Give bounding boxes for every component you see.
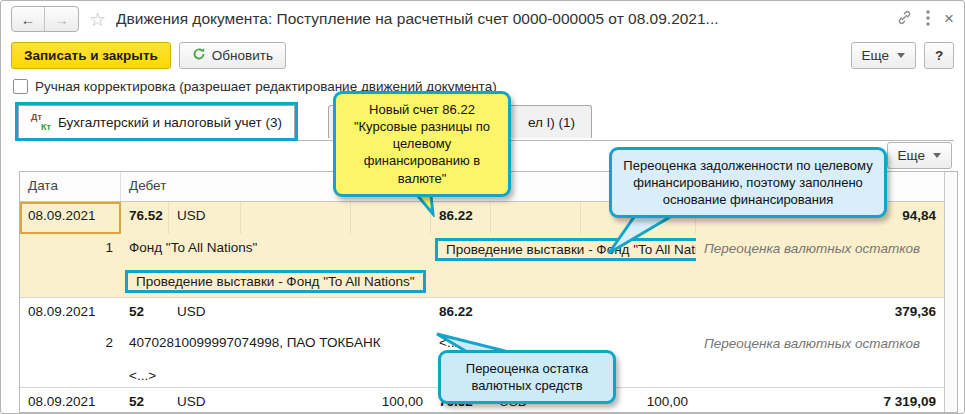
cell-debit-subconto: 40702810099997074998, ПАО ТОКБАНК [121,329,431,354]
callout-balance-revaluation: Переоценка остатка валютных средств [438,350,616,404]
cell-comment: Переоценка валютных остатков [696,234,944,263]
close-icon[interactable]: × [944,9,954,29]
tab-income-book-label-end: ел I) (1) [528,115,575,130]
tab-accounting[interactable]: Дт Кт Бухгалтерский и налоговый учет (3) [18,105,295,138]
refresh-icon [192,47,206,64]
cell-debit-account: 52 [121,298,169,323]
cell-row-number: 1 [20,234,121,259]
callout-new-account: Новый счет 86.22 "Курсовые разницы по це… [333,91,511,197]
cell-debit-subconto-2: Проведение выставки - Фонд "To All Natio… [121,266,696,297]
save-and-close-label: Записать и закрыть [24,48,158,63]
help-label: ? [935,48,943,63]
table-row[interactable]: 08.09.2021 52 USD 86.22 379,36 [20,297,944,329]
tab-accounting-label: Бухгалтерский и налоговый учет (3) [58,115,282,130]
manual-adjustment-checkbox[interactable] [13,79,28,94]
cell-debit-currency: USD [169,388,241,413]
cell-total: 379,36 [696,298,944,323]
tab-annotation-box: Дт Кт Бухгалтерский и налоговый учет (3) [15,102,298,141]
table-more-label: Еще [898,148,925,163]
nav-history-group: ← → [11,6,79,32]
back-button[interactable]: ← [12,7,45,31]
header-date[interactable]: Дата [20,172,121,201]
table-vertical-scrollbar[interactable] [944,172,957,412]
refresh-label: Обновить [212,48,273,63]
cell-comment: Переоценка валютных остатков [696,329,944,358]
cell-date: 08.09.2021 [20,298,121,323]
favorite-star-icon[interactable]: ☆ [87,8,108,31]
debit-subconto-annotation-box: Проведение выставки - Фонд "To All Natio… [125,270,426,293]
more-label: Еще [862,48,889,63]
save-and-close-button[interactable]: Записать и закрыть [11,42,171,69]
cell-debit-subconto-2: <...> [121,362,431,387]
debit-credit-icon: Дт Кт [31,112,51,132]
chevron-down-icon [897,53,905,58]
document-movements-window: ← → ☆ Движения документа: Поступление на… [0,0,965,414]
chevron-down-icon [933,153,941,158]
cell-debit-currency: USD [169,298,241,323]
cell-debit-amount: 100,00 [351,388,431,413]
cell-date: 08.09.2021 [20,202,121,234]
main-toolbar: Записать и закрыть Обновить Еще ? [1,39,964,71]
table-more-button[interactable]: Еще [887,142,952,169]
cell-debit-subconto: Фонд "To All Nations" [121,234,431,259]
refresh-button[interactable]: Обновить [179,42,286,69]
table-row[interactable]: Проведение выставки - Фонд "To All Natio… [20,266,944,297]
cell-credit-account: 86.22 [431,298,491,323]
page-title: Движения документа: Поступление на расче… [116,10,889,28]
kebab-menu-icon[interactable] [926,10,930,29]
title-bar: ← → ☆ Движения документа: Поступление на… [1,1,964,37]
cell-total: 7 319,09 [696,388,944,413]
cell-debit-account: 76.52 [121,202,169,234]
link-icon[interactable] [897,10,912,28]
help-button[interactable]: ? [924,42,954,69]
forward-button[interactable]: → [45,7,78,31]
more-button-top[interactable]: Еще [851,42,916,69]
cell-debit-account: 52 [121,388,169,413]
table-row[interactable]: 1 Фонд "To All Nations" Проведение выста… [20,234,944,266]
cell-row-number: 2 [20,329,121,354]
title-icons: × [897,9,954,29]
cell-date: 08.09.2021 [20,388,121,413]
cell-debit-currency: USD [169,202,241,234]
callout-debt-revaluation: Переоценка задолженности по целевому фин… [609,147,887,218]
